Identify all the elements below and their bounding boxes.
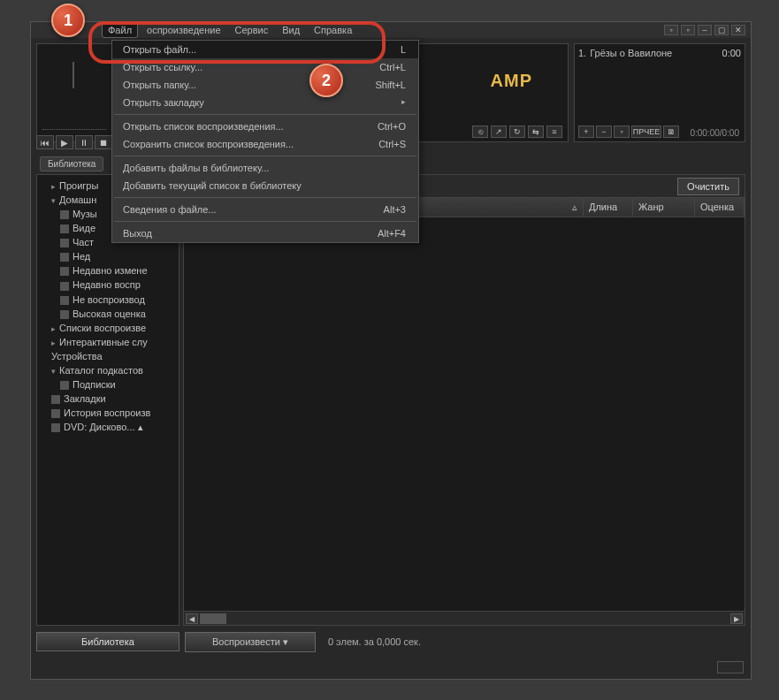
close-button[interactable]: ✕ [731, 25, 745, 35]
visualizer-panel [36, 43, 112, 142]
playlist-item[interactable]: 1. Грёзы о Вавилоне 0:00 [578, 48, 741, 58]
tree-history[interactable]: История воспроизв [39, 406, 177, 420]
scroll-right-icon[interactable]: ▶ [730, 613, 743, 624]
playlist-timecode: 0:00:00/0:00 [690, 128, 739, 138]
stop-button[interactable]: ⏹ [95, 135, 112, 149]
tree-podcasts[interactable]: Каталог подкастов [39, 363, 177, 377]
menu-separator [114, 221, 416, 222]
tree-recent-modified[interactable]: Недавно измене [39, 263, 177, 278]
resize-grip[interactable] [717, 661, 744, 673]
library-header-tab[interactable]: Библиотека [40, 156, 103, 171]
menu-save-playlist[interactable]: Сохранить список воспроизведения...Ctrl+… [112, 135, 418, 153]
playlist-item-title: Грёзы о Вавилоне [586, 48, 722, 58]
menu-service[interactable]: Сервис [230, 23, 274, 37]
bottom-bar: Библиотека Воспроизвести ▾ 0 элем. за 0,… [36, 631, 745, 652]
winbtn-a[interactable]: ▫ [664, 25, 678, 35]
pl-misc-button[interactable]: ПРЧЕЕ [631, 126, 661, 138]
prev-button[interactable]: ⏮ [36, 135, 54, 149]
tree-recent[interactable]: Нед [39, 249, 177, 263]
playlist-item-num: 1. [578, 48, 586, 58]
center-buttons: ⎋ ↗ ↻ ⇆ ≡ [472, 126, 562, 138]
menu-bar: Файл оспроизведение Сервис Вид Справка [31, 22, 751, 38]
tree-playlists[interactable]: Списки воспроизве [39, 321, 177, 335]
visualizer-dots [42, 129, 106, 134]
pl-sel-button[interactable]: ▫ [614, 126, 630, 138]
menu-playback[interactable]: оспроизведение [141, 23, 225, 37]
tree-not-played[interactable]: Не воспроизвод [39, 293, 177, 307]
playlist-buttons: + − ▫ ПРЧЕЕ 🗎 [578, 126, 679, 138]
menu-exit[interactable]: ВыходAlt+F4 [112, 224, 418, 242]
tree-high-rated[interactable]: Высокая оценка [39, 307, 177, 321]
brand-logo: AMP [491, 71, 532, 91]
pause-button[interactable]: ⏸ [75, 135, 93, 149]
playlist-item-time: 0:00 [722, 48, 741, 58]
tree-devices[interactable]: Устройства [39, 349, 177, 363]
sort-indicator-icon: ▵ [572, 202, 577, 213]
winbtn-b[interactable]: ▫ [681, 25, 695, 35]
center-btn-5[interactable]: ≡ [546, 126, 562, 138]
transport-controls: ⏮ ▶ ⏸ ⏹ [36, 135, 112, 149]
tree-recent-played[interactable]: Недавно воспр [39, 278, 177, 292]
play-button[interactable]: ▶ [56, 135, 73, 149]
menu-help[interactable]: Справка [309, 23, 357, 37]
maximize-button[interactable]: ▢ [714, 25, 729, 35]
pl-remove-button[interactable]: − [596, 126, 612, 138]
minimize-button[interactable]: – [698, 25, 712, 35]
library-button[interactable]: Библиотека [36, 632, 179, 651]
tree-dvd-arrow: ▴ [138, 422, 143, 432]
tree-subscriptions[interactable]: Подписки [39, 377, 177, 392]
menu-view[interactable]: Вид [277, 23, 305, 37]
menu-add-current[interactable]: Добавить текущий список в библиотеку [112, 177, 418, 194]
center-btn-3[interactable]: ↻ [509, 126, 525, 138]
menu-file[interactable]: Файл [102, 22, 138, 38]
center-btn-2[interactable]: ↗ [491, 126, 507, 138]
col-rating[interactable]: Оценка [695, 198, 745, 217]
dropdown-arrow-icon: ▾ [283, 636, 288, 648]
scroll-thumb[interactable] [200, 613, 226, 624]
menu-open-playlist[interactable]: Открыть список воспроизведения...Ctrl+O [112, 118, 418, 135]
pl-add-button[interactable]: + [578, 126, 594, 138]
pl-list-button[interactable]: 🗎 [663, 126, 679, 138]
status-text: 0 элем. за 0,000 сек. [321, 636, 421, 647]
menu-file-info[interactable]: Сведения о файле...Alt+3 [112, 201, 418, 218]
menu-add-files[interactable]: Добавить файлы в библиотеку... [112, 159, 418, 177]
menu-separator [114, 114, 416, 115]
menu-open-url: Открыть ссылку...Ctrl+L [112, 58, 418, 76]
col-genre[interactable]: Жанр [633, 198, 695, 217]
menu-open-file[interactable]: Открыть файл...L [112, 41, 418, 58]
center-btn-1[interactable]: ⎋ [472, 126, 488, 138]
menu-separator [114, 156, 416, 156]
tree-interactive[interactable]: Интерактивные слу [39, 335, 177, 349]
visualizer-bar [73, 62, 74, 88]
clear-button[interactable]: Очистить [677, 178, 739, 195]
center-btn-4[interactable]: ⇆ [528, 126, 544, 138]
annotation-badge-2: 2 [309, 64, 343, 97]
window-controls: ▫ ▫ – ▢ ✕ [664, 25, 745, 35]
horizontal-scrollbar[interactable]: ◀ ▶ [184, 611, 745, 625]
annotation-badge-1: 1 [51, 4, 85, 37]
tree-bookmarks[interactable]: Закладки [39, 392, 177, 406]
menu-open-bookmark[interactable]: Открыть закладку [112, 94, 418, 111]
menu-open-folder[interactable]: Открыть папку...Shift+L [112, 76, 418, 94]
play-selected-button[interactable]: Воспроизвести ▾ [185, 632, 316, 652]
file-menu-dropdown: Открыть файл...L Открыть ссылку...Ctrl+L… [111, 40, 419, 243]
col-length[interactable]: Длина [584, 198, 633, 217]
tree-dvd[interactable]: DVD: Дисково... ▴ [39, 420, 177, 435]
playlist-panel: 1. Грёзы о Вавилоне 0:00 + − ▫ ПРЧЕЕ 🗎 0… [574, 43, 745, 142]
scroll-left-icon[interactable]: ◀ [186, 613, 198, 624]
menu-separator [114, 197, 416, 198]
